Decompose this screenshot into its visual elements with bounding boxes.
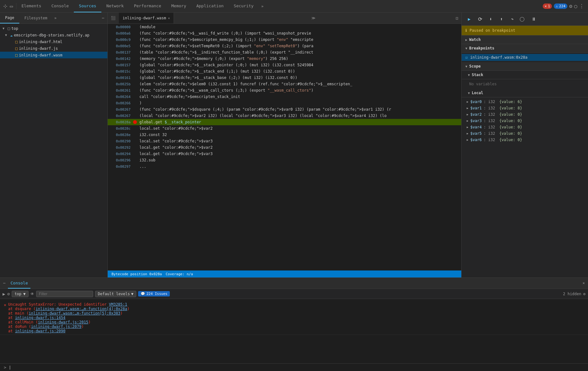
breakpoints-section-header[interactable]: ▼ Breakpoints (462, 44, 588, 53)
console-close-icon[interactable]: × (583, 281, 585, 285)
line-content-3: (func "color:#9cdcfe;">$setTempRet0 (;2;… (138, 44, 461, 48)
local-var-3[interactable]: ▶ $var3 : i32 {value: 0} (462, 118, 588, 124)
watch-section-header[interactable]: ▶ Watch (462, 36, 588, 44)
tab-sources[interactable]: Sources (74, 0, 101, 12)
error-stack-link-3[interactable]: inlining-dwarf.js:2015 (38, 320, 88, 324)
tree-item-top[interactable]: ▼ □ top (0, 25, 107, 32)
debug-step-btn[interactable]: ↷ (508, 15, 517, 23)
error-stack-link-0[interactable]: inlining-dwarf.wasm:…m-function[4]:0x28a (36, 307, 127, 311)
local-var-2[interactable]: ▶ $var2 : i32 {value: 0} (462, 111, 588, 118)
code-line-22[interactable]: 0x00297 ... (108, 163, 461, 170)
console-settings-icon[interactable]: ⚙ (583, 292, 585, 296)
code-line-19[interactable]: 0x00292 local.get "color:#9cdcfe;">$var2 (108, 144, 461, 151)
error-stack-link-2[interactable]: inlining-dwarf.js:1454 (15, 316, 66, 320)
code-line-12[interactable]: 0x00266 ) (108, 100, 461, 106)
code-line-4[interactable]: 0x00137 (table "color:#9cdcfe;">$__indir… (108, 49, 461, 55)
line-addr-16: 0x0028c (108, 127, 133, 131)
code-line-21[interactable]: 0x00296 i32.sub (108, 157, 461, 163)
debug-resume-btn[interactable]: ▶ (465, 15, 474, 23)
code-line-3[interactable]: 0x000e5 (func "color:#9cdcfe;">$setTempR… (108, 43, 461, 49)
settings-icon[interactable]: ⚙ (569, 3, 572, 9)
tree-arrow-emscripten: ▼ (5, 33, 9, 37)
default-levels-selector[interactable]: Default levels ▼ (95, 291, 136, 297)
tab-performance[interactable]: Performance (129, 0, 166, 12)
console-more-icon[interactable]: ⋯ (3, 281, 5, 285)
file-icon-wasm: □ (15, 53, 18, 57)
issues-badge[interactable]: 💬 224 Issues (138, 291, 170, 296)
code-line-6[interactable]: 0x00157 (global "color:#9cdcfe;">$__stac… (108, 62, 461, 68)
cursor-icon[interactable]: ⊹ (3, 3, 7, 9)
code-line-17[interactable]: 0x0028e i32.const 32 (108, 132, 461, 138)
code-line-13[interactable]: 0x00267 (func "color:#9cdcfe;">$dsquare … (108, 106, 461, 113)
debug-deactivate-btn[interactable]: ⃝ (519, 15, 527, 23)
error-stack-link-1[interactable]: inlining-dwarf.wasm:…m-function[5]:0x383 (29, 311, 120, 316)
tab-page[interactable]: Page (0, 13, 19, 23)
code-line-7[interactable]: 0x0015c (global "color:#9cdcfe;">$__stac… (108, 68, 461, 75)
tab-application[interactable]: Application (191, 0, 229, 12)
editor-tab-close-icon[interactable]: × (168, 16, 170, 20)
top-bar-right: ✕ 1 ⚠ 224 ⚙ ◯ ⋮ (539, 3, 588, 9)
breakpoint-item-0[interactable]: ☑ inlining-dwarf.wasm:0x28a (462, 54, 588, 61)
local-section-header[interactable]: ▼ Local (462, 89, 588, 97)
more-tabs-icon[interactable]: » (259, 4, 266, 9)
device-icon[interactable]: ▭ (10, 3, 13, 9)
tree-item-emscripten[interactable]: ▼ ☁ emscripten-dbg-stories.netlify.ap (0, 32, 107, 38)
user-icon[interactable]: ◯ (574, 3, 577, 9)
code-line-10[interactable]: 0x00261 (func "color:#9cdcfe;">$__wasm_c… (108, 87, 461, 94)
editor-sidebar-icon[interactable]: ◫ (453, 16, 461, 20)
line-content-13: (func "color:#9cdcfe;">$dsquare (;4;) (p… (138, 107, 461, 112)
local-var-0[interactable]: ▶ $var0 : i32 {value: 6} (462, 99, 588, 105)
debug-stepout-btn[interactable]: ⬆ (497, 15, 506, 23)
editor-tab-wasm[interactable]: inlining-dwarf.wasm × (119, 13, 174, 23)
error-stack-link-5[interactable]: inlining-dwarf.js:2090 (15, 329, 66, 333)
console-tab[interactable]: Console (8, 278, 30, 289)
code-line-11[interactable]: 0x00264 call "color:#9cdcfe;">$emscripte… (108, 94, 461, 100)
tab-security[interactable]: Security (229, 0, 259, 12)
code-line-1[interactable]: 0x000a6 (func "color:#9cdcfe;">$__wasi_f… (108, 30, 461, 36)
local-var-1[interactable]: ▶ $var1 : i32 {value: 8} (462, 105, 588, 111)
tab-filesystem[interactable]: Filesystem (19, 13, 52, 23)
code-line-0[interactable]: 0x00000(module (108, 24, 461, 30)
bp-checkbox-0[interactable]: ☑ (465, 55, 468, 60)
debug-stepinto-btn[interactable]: ⬇ (486, 15, 495, 23)
tab-network[interactable]: Network (101, 0, 129, 12)
stack-section-header[interactable]: ▼ Stack (462, 71, 588, 79)
editor-more-icon[interactable]: ≫ (308, 16, 319, 20)
scope-section-header[interactable]: ▼ Scope (462, 62, 588, 71)
tab-console[interactable]: Console (46, 0, 74, 12)
code-line-18[interactable]: 0x00290 local.set "color:#9cdcfe;">$var3 (108, 138, 461, 144)
tab-elements[interactable]: Elements (16, 0, 47, 12)
error-stack-link-4[interactable]: inlining-dwarf.js:2079 (31, 324, 81, 329)
line-addr-22: 0x00297 (108, 165, 133, 169)
code-line-8[interactable]: 0x00161 (global "color:#9cdcfe;">$__stac… (108, 75, 461, 81)
console-filter-input[interactable] (36, 291, 93, 297)
code-line-5[interactable]: 0x00142 (memory "color:#9cdcfe;">$memory… (108, 55, 461, 62)
warning-badge[interactable]: ⚠ 224 (554, 3, 567, 9)
local-var-4[interactable]: ▶ $var4 : i32 {value: 0} (462, 124, 588, 130)
tree-item-js[interactable]: □ inlining-dwarf.js (0, 45, 107, 52)
debug-stepover-btn[interactable]: ⟳ (476, 15, 484, 23)
code-line-14[interactable]: 0x00267 (local "color:#9cdcfe;">$var2 i3… (108, 113, 461, 119)
error-vm-link[interactable]: VM3285:1 (109, 302, 127, 307)
code-line-2[interactable]: 0x000c9 (func "color:#9cdcfe;">$emscript… (108, 36, 461, 43)
console-eye-icon[interactable]: 👁 (30, 292, 34, 296)
code-line-9[interactable]: 0x0025b (elem "color:#9cdcfe;">$elem0 (i… (108, 81, 461, 87)
code-line-20[interactable]: 0x00294 local.get "color:#9cdcfe;">$var3 (108, 151, 461, 157)
tab-memory[interactable]: Memory (166, 0, 191, 12)
status-bar: Bytecode position 0x028a Coverage: n/a (108, 270, 461, 277)
code-line-16[interactable]: 0x0028c local.set "color:#9cdcfe;">$var2 (108, 125, 461, 132)
console-no-entry-icon[interactable]: ⊘ (7, 291, 10, 296)
error-badge[interactable]: ✕ 1 (543, 3, 552, 9)
debug-pause-btn[interactable]: ⏸ (529, 15, 538, 23)
local-var-6[interactable]: ▶ $var6 : i32 {value: 0} (462, 137, 588, 143)
panel-overflow-icon[interactable]: ⋯ (99, 16, 107, 20)
tree-item-wasm[interactable]: □ inlining-dwarf.wasm (0, 52, 107, 58)
console-execute-icon[interactable]: ▶ (3, 291, 5, 296)
console-context-selector[interactable]: top ▼ (12, 291, 29, 297)
panel-more-icon[interactable]: » (52, 16, 58, 20)
code-line-15[interactable]: 0x0028a global.get $__stack_pointer (108, 119, 461, 125)
local-var-5[interactable]: ▶ $var5 : i32 {value: 0} (462, 130, 588, 137)
more-vert-icon[interactable]: ⋮ (579, 3, 584, 9)
tree-item-html[interactable]: □ inlining-dwarf.html (0, 38, 107, 45)
code-area[interactable]: 0x00000(module0x000a6 (func "color:#9cdc… (108, 24, 461, 270)
